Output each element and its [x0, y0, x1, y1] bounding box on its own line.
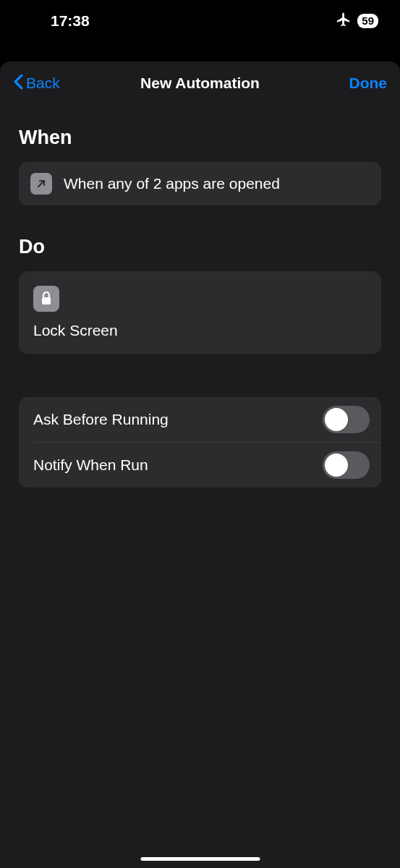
back-button[interactable]: Back: [13, 74, 60, 93]
back-label: Back: [26, 75, 60, 92]
do-action-cell[interactable]: Lock Screen: [19, 271, 381, 354]
done-button[interactable]: Done: [349, 75, 388, 92]
when-trigger-text: When any of 2 apps are opened: [64, 175, 280, 192]
home-indicator[interactable]: [140, 857, 260, 861]
do-section-label: Do: [0, 205, 400, 271]
do-action-label: Lock Screen: [33, 322, 367, 339]
status-time: 17:38: [51, 12, 90, 30]
chevron-left-icon: [13, 74, 24, 93]
ask-before-running-toggle[interactable]: [323, 406, 370, 433]
notify-when-run-cell: Notify When Run: [19, 443, 381, 488]
status-icons: 59: [336, 12, 378, 30]
svg-rect-0: [42, 297, 51, 305]
when-section-label: When: [0, 105, 400, 162]
lock-icon: [33, 286, 59, 312]
toggle-knob: [325, 454, 348, 477]
when-trigger-cell[interactable]: When any of 2 apps are opened: [19, 162, 381, 205]
when-trigger-group: When any of 2 apps are opened: [19, 162, 381, 205]
battery-indicator: 59: [357, 14, 378, 28]
toggle-knob: [325, 408, 348, 431]
page-title: New Automation: [140, 75, 260, 92]
ask-before-running-label: Ask Before Running: [33, 411, 169, 428]
notify-when-run-toggle[interactable]: [323, 451, 370, 479]
spacer: [0, 354, 400, 397]
status-bar: 17:38 59: [0, 0, 400, 41]
do-action-group: Lock Screen: [19, 271, 381, 354]
notify-when-run-label: Notify When Run: [33, 456, 148, 474]
options-group: Ask Before Running Notify When Run: [19, 397, 381, 488]
ask-before-running-cell: Ask Before Running: [19, 397, 381, 442]
nav-bar: Back New Automation Done: [0, 61, 400, 105]
automation-sheet: Back New Automation Done When When any o…: [0, 61, 400, 868]
app-open-icon: [30, 173, 52, 195]
airplane-mode-icon: [336, 12, 352, 30]
